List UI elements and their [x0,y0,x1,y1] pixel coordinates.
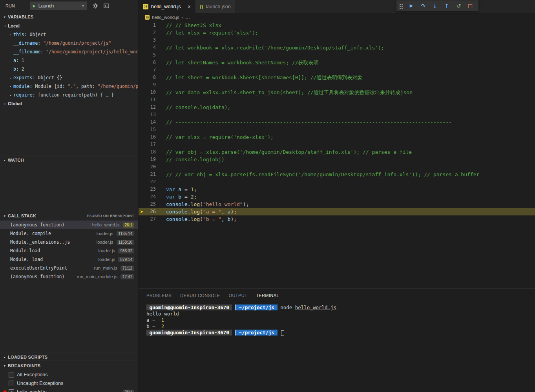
panel-tab-terminal[interactable]: TERMINAL [256,289,279,302]
chevron-right-icon[interactable]: ▸ [8,33,13,36]
code-line[interactable]: 10// var data =xlsx.utils.sheet_to_json(… [139,89,535,96]
code-line[interactable]: 1// // SheetJS xlsx [139,22,535,29]
variables-section: ▾ VARIABLES ▾Local▸this: Object__dirname… [0,12,138,155]
call-stack-frame[interactable]: executeUserEntryPointrun_main.js71:12 [0,264,138,272]
chevron-right-icon[interactable]: ▸ [8,76,13,80]
code-line[interactable]: ➤26console.log("a = ", a); [139,208,535,215]
variable-scope-row[interactable]: ▸Global [0,99,138,108]
variable-row[interactable]: __dirname: "/home/guomin/project/js" [0,39,138,47]
breakpoint-row[interactable]: Uncaught Exceptions [0,379,138,388]
code-line[interactable]: 8// let sheet = workbook.Sheets[sheetNam… [139,74,535,81]
code-line[interactable]: 18// var obj = xlsx.parse('/home/guomin/… [139,148,535,156]
debug-console-icon[interactable] [104,3,109,9]
code-text [166,163,535,171]
call-stack-frame[interactable]: (anonymous function)run_main_module.js17… [0,272,138,281]
code-line[interactable]: 15 [139,126,535,133]
debug-step-into-button[interactable]: ↓ [429,3,441,9]
debug-continue-button[interactable]: ▶ [405,3,417,8]
variable-scope-row[interactable]: ▾Local [0,22,138,30]
code-line[interactable]: 21// // var obj = xlsx.parse(fs.readFile… [139,171,535,178]
code-line[interactable]: 2// let xlsx = require('xlsx'); [139,29,535,36]
line-number: 25 [145,201,156,208]
debug-step-over-button[interactable]: ↷ [417,3,429,9]
chevron-down-icon[interactable]: ▾ [2,24,8,28]
code-area[interactable]: 1// // SheetJS xlsx2// let xlsx = requir… [139,22,535,288]
frame-file: hello_world.js [88,222,120,227]
code-line[interactable]: 13 [139,111,535,119]
code-line[interactable]: 24var b = 2; [139,193,535,201]
gear-icon[interactable] [93,3,98,9]
breakpoint-checkbox[interactable]: ✓ [9,389,14,392]
code-line[interactable]: 6// let sheetNames = workbook.SheetNames… [139,59,535,66]
variable-row[interactable]: __filename: "/home/guomin/project/js/hel… [0,47,138,56]
chevron-right-icon[interactable]: ▸ [8,85,13,88]
breakpoint-checkbox[interactable] [9,372,14,377]
call-stack-frame[interactable]: Module._loadloader.js879:14 [0,255,138,264]
terminal[interactable]: guomin@guomin-Inspiron-3670 ~/project/js… [139,302,535,392]
watch-section-header[interactable]: ▾ WATCH [0,155,138,165]
launch-config-dropdown[interactable]: ▶ Launch ▾ [30,2,87,10]
code-line[interactable]: 20 [139,163,535,171]
chevron-right-icon[interactable]: ▸ [8,93,13,97]
code-line[interactable]: 23var a = 1; [139,186,535,193]
code-line[interactable]: 25console.log("hello world"); [139,201,535,208]
close-icon[interactable]: × [188,4,191,9]
code-line[interactable]: 3 [139,36,535,44]
chevron-right-icon[interactable]: ▸ [2,102,8,106]
call-stack-frame[interactable]: (anonymous function)hello_world.js26:1 [0,221,138,229]
breakpoints-section-header[interactable]: ▾ BREAKPOINTS [0,361,138,370]
code-line[interactable]: 16// var xlsx = require('node-xlsx'); [139,133,535,141]
breadcrumb[interactable]: JS hello_world.js › … [139,13,535,22]
code-line[interactable]: 22 [139,178,535,186]
variable-row[interactable]: a: 1 [0,56,138,65]
debug-step-out-button[interactable]: ↑ [441,3,453,9]
code-line[interactable]: 17 [139,141,535,148]
loaded-scripts-section-header[interactable]: ▸ LOADED SCRIPTS [0,352,138,361]
variables-section-header[interactable]: ▾ VARIABLES [0,12,138,22]
breakpoint-row[interactable]: All Exceptions [0,370,138,379]
variable-name: __dirname: [13,40,43,46]
editor-tab[interactable]: JShello_world.js× [139,0,195,13]
terminal-segment: hello_world.js [295,304,336,310]
bottom-panel: PROBLEMSDEBUG CONSOLEOUTPUTTERMINAL guom… [139,288,535,392]
call-stack-frame[interactable]: Module._compileloader.js1135:14 [0,229,138,238]
variable-name: module: [13,84,35,89]
breakpoint-row[interactable]: ✓hello_world.js26:1 [0,388,138,392]
variable-row[interactable]: ▸this: Object [0,30,138,39]
call-stack-section-header[interactable]: ▾ CALL STACK PAUSED ON BREAKPOINT [0,211,138,221]
variable-row[interactable]: ▸module: Module {id: ".", path: "/home/g… [0,82,138,91]
code-text: // let xlsx = require('xlsx'); [166,29,535,36]
variable-value: , path: [76,84,97,89]
start-debugging-icon[interactable]: ▶ [33,4,36,8]
panel-tab-debug-console[interactable]: DEBUG CONSOLE [180,289,220,302]
code-line[interactable]: 5 [139,51,535,59]
code-line[interactable]: 9 [139,81,535,89]
variable-row[interactable]: ▸exports: Object {} [0,73,138,82]
code-line[interactable]: 14// -----------------------------------… [139,119,535,126]
code-line[interactable]: 27console.log("b = ", b); [139,215,535,223]
code-line[interactable]: 11 [139,96,535,104]
breakpoint-checkbox[interactable] [9,381,14,386]
code-line[interactable]: 12// console.log(data); [139,104,535,111]
code-line[interactable]: 7 [139,66,535,74]
variable-name: this: [13,32,30,37]
debug-restart-button[interactable]: ↺ [453,3,464,9]
variable-row[interactable]: ▸require: function require(path) { … } [0,91,138,99]
breadcrumb-file[interactable]: hello_world.js [152,15,179,20]
call-stack-frame[interactable]: Module.loadloader.js986:32 [0,246,138,255]
variable-row[interactable]: b: 2 [0,65,138,73]
frame-location-badge: 879:14 [118,257,134,262]
variable-name: exports: [13,75,38,80]
editor-tab[interactable]: {}launch.json [195,0,236,13]
code-line[interactable]: 4// let workbook = xlsx.readFile('/home/… [139,44,535,51]
chevron-down-icon: ▾ [2,214,8,218]
panel-tab-output[interactable]: OUTPUT [229,289,248,302]
chevron-down-icon: ▾ [2,364,8,368]
drag-handle-icon[interactable] [399,3,404,9]
debug-stop-button[interactable]: □ [464,3,476,9]
code-line[interactable]: 19// console.log(obj) [139,156,535,163]
call-stack-frame[interactable]: Module._extensions..jsloader.js1158:10 [0,238,138,246]
breadcrumb-symbol[interactable]: … [186,15,190,20]
panel-tab-problems[interactable]: PROBLEMS [146,289,172,302]
frame-file: loader.js [93,240,113,244]
